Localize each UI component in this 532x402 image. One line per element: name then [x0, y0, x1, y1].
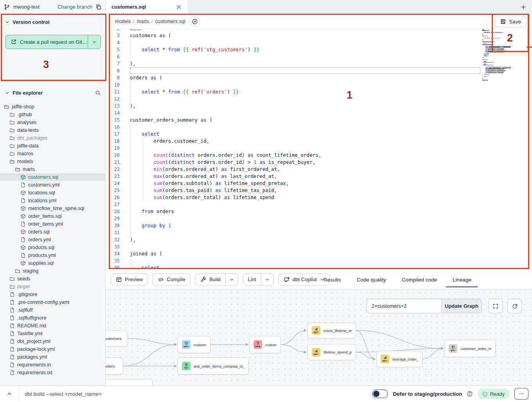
tree-item--sqlfluffignore[interactable]: .sqlfluffignore: [0, 314, 106, 322]
compile-button[interactable]: Compile: [153, 273, 191, 285]
lineage-node-lifetime_spend_pretax[interactable]: METlifetime_spend_pretax: [307, 344, 356, 360]
tree-item-marts[interactable]: marts: [0, 165, 106, 173]
tree-item--github[interactable]: .github: [0, 111, 106, 118]
lineage-node-customers_mdl[interactable]: MDLcustomers: [178, 336, 210, 353]
dropdown-button[interactable]: [225, 274, 238, 285]
breadcrumb-item[interactable]: customers.sql: [155, 19, 185, 24]
tree-item-taskfile-yml[interactable]: Taskfile.yml: [0, 330, 106, 337]
line-number: 33: [106, 243, 125, 250]
tab-customers-sql[interactable]: customers.sql: [106, 0, 188, 14]
tree-item-supplies-sql[interactable]: supplies.sql: [0, 259, 106, 267]
tree-item-package-lock-yml[interactable]: package-lock.yml: [0, 345, 106, 353]
branch-bar: mwong-test Change branch: [0, 0, 106, 14]
tree-item-customers-sql[interactable]: customers.sql: [0, 173, 106, 181]
lineage-node-count_lifetime_orders[interactable]: METcount_lifetime_orders: [307, 323, 356, 338]
tab-results[interactable]: Results: [323, 271, 342, 288]
lineage-node-customer_order_metrics[interactable]: QRYcustomer_order_metrics: [444, 340, 496, 357]
tree-item--pre-commit-config-yaml[interactable]: .pre-commit-config.yaml: [0, 298, 106, 306]
tree-item-label: .pre-commit-config.yaml: [17, 300, 69, 305]
search-icon[interactable]: [95, 90, 101, 96]
new-tab-button[interactable]: [519, 3, 527, 11]
met-badge: MET: [381, 355, 389, 363]
refresh-button[interactable]: [507, 299, 522, 313]
status-bar-right: Defer to staging/production Ready: [372, 388, 532, 400]
tree-item-requirements-in[interactable]: requirements.in: [0, 361, 106, 369]
fullscreen-button[interactable]: [488, 299, 503, 313]
tree-item-data-tests[interactable]: data-tests: [0, 126, 106, 134]
code-line-32: 32),: [106, 236, 532, 243]
tree-item-products-sql[interactable]: products.sql: [0, 244, 106, 251]
close-icon[interactable]: [175, 4, 182, 11]
more-options-button[interactable]: [514, 388, 528, 400]
copy-icon[interactable]: [95, 4, 102, 10]
tree-item-customers-yml[interactable]: customers.yml: [0, 181, 106, 189]
minimap[interactable]: [482, 29, 516, 81]
dropdown-button[interactable]: [261, 274, 273, 285]
view-docs-button[interactable]: [189, 16, 200, 27]
lineage-node-stg_customers[interactable]: stg_customers: [106, 330, 128, 346]
lineage-node-customers_sem[interactable]: SEMcustomers: [249, 336, 281, 353]
tree-item--sqlfluff[interactable]: .sqlfluff: [0, 306, 106, 314]
update-graph-button[interactable]: Update Graph: [441, 299, 482, 313]
file-explorer-header[interactable]: File explorer: [5, 90, 101, 96]
cli-command-text[interactable]: dbt build --select <model_name>: [25, 391, 102, 397]
code-line-7: 7),: [106, 60, 532, 67]
code-area[interactable]: 2with3customers as (45 select * from {{ …: [106, 29, 532, 269]
lint-button[interactable]: Lint: [243, 273, 274, 285]
lineage-selector-input[interactable]: [367, 299, 441, 313]
breadcrumb-item[interactable]: marts: [137, 19, 149, 24]
tree-item--gitignore[interactable]: .gitignore: [0, 291, 106, 298]
line-text: [125, 67, 130, 74]
tree-item-seeds[interactable]: seeds: [0, 275, 106, 283]
lineage-node-test_order_items[interactable]: TSTtest_order_items_compute_to_bools…: [178, 357, 249, 375]
preview-button[interactable]: Preview: [111, 273, 148, 285]
line-number: 11: [106, 88, 125, 95]
tree-item-metricflow-time-spine-sql[interactable]: metricflow_time_spine.sql: [0, 205, 106, 212]
tree-item-analyses[interactable]: analyses: [0, 118, 106, 126]
line-text: [125, 257, 130, 264]
expand-command-bar-button[interactable]: [0, 391, 19, 397]
lineage-edge-orders-customers_mdl: [123, 345, 176, 366]
save-icon: [500, 18, 506, 25]
build-button[interactable]: Build: [195, 273, 238, 285]
tree-item-label: .github: [17, 112, 32, 117]
defer-toggle[interactable]: [372, 389, 388, 398]
pr-dropdown-button[interactable]: [88, 35, 101, 48]
tree-item-macros[interactable]: macros: [0, 150, 106, 158]
breadcrumb-item[interactable]: models: [115, 19, 131, 24]
lineage-node-orders[interactable]: orders: [106, 357, 123, 375]
help-icon[interactable]: [467, 391, 473, 397]
tree-item-order-items-sql[interactable]: order_items.sql: [0, 212, 106, 220]
tree-item-label: customers.sql: [28, 174, 58, 180]
tree-item-jaffle-data[interactable]: jaffle-data: [0, 142, 106, 150]
tree-item-locations-sql[interactable]: locations.sql: [0, 189, 106, 197]
lineage-node-average_order_value[interactable]: METaverage_order_value: [376, 351, 422, 367]
tab-lineage[interactable]: Lineage: [452, 271, 472, 288]
dbt-copilot-button[interactable]: dbt Copilot: [279, 273, 330, 285]
tab-compiled-code[interactable]: Compiled code: [401, 271, 438, 288]
tree-item-order-items-yml[interactable]: order_items.yml: [0, 220, 106, 228]
tree-item-locations-yml[interactable]: locations.yml: [0, 197, 106, 205]
change-branch-link[interactable]: Change branch: [58, 4, 92, 10]
save-button[interactable]: Save: [495, 16, 526, 27]
lineage-node-partial[interactable]: [106, 379, 153, 385]
file-icon: [9, 346, 15, 352]
tree-item-packages-yml[interactable]: packages.yml: [0, 353, 106, 361]
tab-code-quality[interactable]: Code quality: [356, 271, 387, 288]
tree-item-dbt-packages[interactable]: dbt_packages: [0, 134, 106, 142]
tree-item-requirements-txt[interactable]: requirements.txt: [0, 369, 106, 377]
tree-item-staging[interactable]: staging: [0, 267, 106, 275]
tree-item-orders-yml[interactable]: orders.yml: [0, 236, 106, 244]
create-pull-request-button[interactable]: Create a pull request on Git…: [5, 35, 101, 49]
tree-item-jaffle-shop[interactable]: jaffle-shop: [0, 103, 106, 111]
tree-item-orders-sql[interactable]: orders.sql: [0, 228, 106, 236]
version-control-header[interactable]: Version control: [5, 19, 50, 25]
tree-item-dbt-project-yml[interactable]: dbt_project.yml: [0, 337, 106, 345]
tree-item-products-yml[interactable]: products.yml: [0, 251, 106, 259]
line-text: [125, 229, 130, 236]
line-number: 21: [106, 159, 125, 166]
tree-item-models[interactable]: models: [0, 158, 106, 165]
tree-item-target[interactable]: target: [0, 283, 106, 291]
tree-item-readme-md[interactable]: README.md: [0, 322, 106, 330]
lineage-edge-count_lifetime_orders-customer_order_metrics: [356, 330, 443, 348]
